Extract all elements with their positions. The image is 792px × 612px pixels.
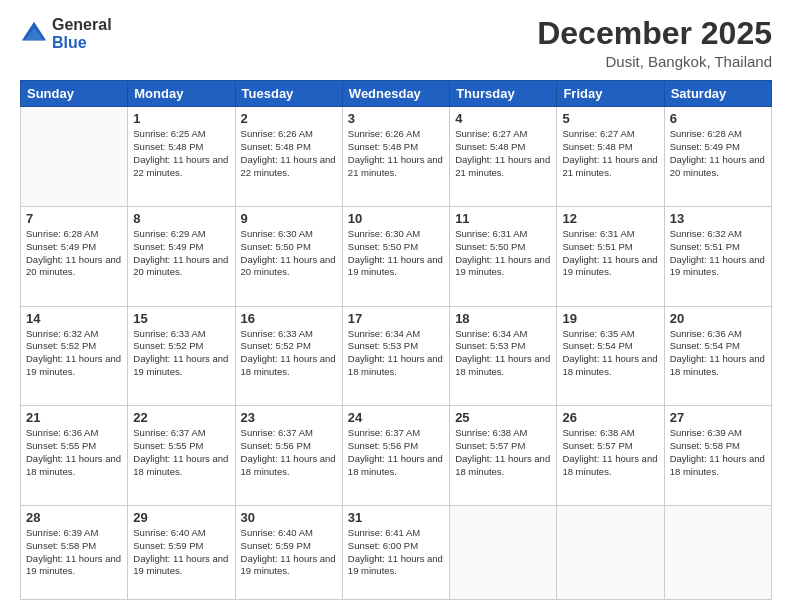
calendar-cell: 1 Sunrise: 6:25 AMSunset: 5:48 PMDayligh… [128, 107, 235, 207]
calendar-cell: 19 Sunrise: 6:35 AMSunset: 5:54 PMDaylig… [557, 306, 664, 406]
calendar-cell: 4 Sunrise: 6:27 AMSunset: 5:48 PMDayligh… [450, 107, 557, 207]
calendar-cell: 23 Sunrise: 6:37 AMSunset: 5:56 PMDaylig… [235, 406, 342, 506]
logo-icon [20, 20, 48, 48]
calendar-cell: 30 Sunrise: 6:40 AMSunset: 5:59 PMDaylig… [235, 506, 342, 600]
day-number: 1 [133, 111, 229, 126]
cell-info: Sunrise: 6:34 AMSunset: 5:53 PMDaylight:… [348, 328, 444, 379]
cell-info: Sunrise: 6:35 AMSunset: 5:54 PMDaylight:… [562, 328, 658, 379]
day-number: 24 [348, 410, 444, 425]
calendar-cell: 18 Sunrise: 6:34 AMSunset: 5:53 PMDaylig… [450, 306, 557, 406]
calendar-week-4: 21 Sunrise: 6:36 AMSunset: 5:55 PMDaylig… [21, 406, 772, 506]
day-number: 30 [241, 510, 337, 525]
cell-info: Sunrise: 6:37 AMSunset: 5:55 PMDaylight:… [133, 427, 229, 478]
col-sunday: Sunday [21, 81, 128, 107]
calendar-cell: 25 Sunrise: 6:38 AMSunset: 5:57 PMDaylig… [450, 406, 557, 506]
calendar-week-2: 7 Sunrise: 6:28 AMSunset: 5:49 PMDayligh… [21, 206, 772, 306]
calendar-cell: 10 Sunrise: 6:30 AMSunset: 5:50 PMDaylig… [342, 206, 449, 306]
calendar-table: Sunday Monday Tuesday Wednesday Thursday… [20, 80, 772, 600]
day-number: 5 [562, 111, 658, 126]
day-number: 19 [562, 311, 658, 326]
calendar-week-5: 28 Sunrise: 6:39 AMSunset: 5:58 PMDaylig… [21, 506, 772, 600]
col-wednesday: Wednesday [342, 81, 449, 107]
cell-info: Sunrise: 6:29 AMSunset: 5:49 PMDaylight:… [133, 228, 229, 279]
day-number: 12 [562, 211, 658, 226]
cell-info: Sunrise: 6:38 AMSunset: 5:57 PMDaylight:… [455, 427, 551, 478]
calendar-cell [21, 107, 128, 207]
calendar-cell [664, 506, 771, 600]
cell-info: Sunrise: 6:33 AMSunset: 5:52 PMDaylight:… [241, 328, 337, 379]
calendar-cell: 26 Sunrise: 6:38 AMSunset: 5:57 PMDaylig… [557, 406, 664, 506]
calendar-cell: 13 Sunrise: 6:32 AMSunset: 5:51 PMDaylig… [664, 206, 771, 306]
title-block: December 2025 Dusit, Bangkok, Thailand [537, 16, 772, 70]
day-number: 31 [348, 510, 444, 525]
main-title: December 2025 [537, 16, 772, 51]
cell-info: Sunrise: 6:27 AMSunset: 5:48 PMDaylight:… [562, 128, 658, 179]
cell-info: Sunrise: 6:30 AMSunset: 5:50 PMDaylight:… [241, 228, 337, 279]
logo-blue-text: Blue [52, 34, 112, 52]
logo-text: General Blue [52, 16, 112, 51]
cell-info: Sunrise: 6:37 AMSunset: 5:56 PMDaylight:… [241, 427, 337, 478]
day-number: 9 [241, 211, 337, 226]
day-number: 29 [133, 510, 229, 525]
day-number: 11 [455, 211, 551, 226]
calendar-cell: 24 Sunrise: 6:37 AMSunset: 5:56 PMDaylig… [342, 406, 449, 506]
cell-info: Sunrise: 6:27 AMSunset: 5:48 PMDaylight:… [455, 128, 551, 179]
day-number: 25 [455, 410, 551, 425]
calendar-cell: 14 Sunrise: 6:32 AMSunset: 5:52 PMDaylig… [21, 306, 128, 406]
calendar-cell: 5 Sunrise: 6:27 AMSunset: 5:48 PMDayligh… [557, 107, 664, 207]
cell-info: Sunrise: 6:36 AMSunset: 5:55 PMDaylight:… [26, 427, 122, 478]
cell-info: Sunrise: 6:32 AMSunset: 5:51 PMDaylight:… [670, 228, 766, 279]
col-friday: Friday [557, 81, 664, 107]
calendar-cell: 12 Sunrise: 6:31 AMSunset: 5:51 PMDaylig… [557, 206, 664, 306]
cell-info: Sunrise: 6:34 AMSunset: 5:53 PMDaylight:… [455, 328, 551, 379]
calendar-cell: 20 Sunrise: 6:36 AMSunset: 5:54 PMDaylig… [664, 306, 771, 406]
page: General Blue December 2025 Dusit, Bangko… [0, 0, 792, 612]
day-number: 27 [670, 410, 766, 425]
col-saturday: Saturday [664, 81, 771, 107]
calendar-cell: 16 Sunrise: 6:33 AMSunset: 5:52 PMDaylig… [235, 306, 342, 406]
calendar-cell: 21 Sunrise: 6:36 AMSunset: 5:55 PMDaylig… [21, 406, 128, 506]
cell-info: Sunrise: 6:28 AMSunset: 5:49 PMDaylight:… [670, 128, 766, 179]
calendar-week-1: 1 Sunrise: 6:25 AMSunset: 5:48 PMDayligh… [21, 107, 772, 207]
cell-info: Sunrise: 6:32 AMSunset: 5:52 PMDaylight:… [26, 328, 122, 379]
day-number: 23 [241, 410, 337, 425]
day-number: 15 [133, 311, 229, 326]
col-thursday: Thursday [450, 81, 557, 107]
col-tuesday: Tuesday [235, 81, 342, 107]
day-number: 22 [133, 410, 229, 425]
calendar-cell: 17 Sunrise: 6:34 AMSunset: 5:53 PMDaylig… [342, 306, 449, 406]
day-number: 26 [562, 410, 658, 425]
day-number: 2 [241, 111, 337, 126]
cell-info: Sunrise: 6:31 AMSunset: 5:51 PMDaylight:… [562, 228, 658, 279]
logo: General Blue [20, 16, 112, 51]
header: General Blue December 2025 Dusit, Bangko… [20, 16, 772, 70]
calendar-cell: 6 Sunrise: 6:28 AMSunset: 5:49 PMDayligh… [664, 107, 771, 207]
calendar-cell: 2 Sunrise: 6:26 AMSunset: 5:48 PMDayligh… [235, 107, 342, 207]
cell-info: Sunrise: 6:38 AMSunset: 5:57 PMDaylight:… [562, 427, 658, 478]
logo-general-text: General [52, 16, 112, 34]
calendar-cell: 27 Sunrise: 6:39 AMSunset: 5:58 PMDaylig… [664, 406, 771, 506]
day-number: 13 [670, 211, 766, 226]
subtitle: Dusit, Bangkok, Thailand [537, 53, 772, 70]
cell-info: Sunrise: 6:37 AMSunset: 5:56 PMDaylight:… [348, 427, 444, 478]
day-number: 14 [26, 311, 122, 326]
cell-info: Sunrise: 6:41 AMSunset: 6:00 PMDaylight:… [348, 527, 444, 578]
day-number: 6 [670, 111, 766, 126]
cell-info: Sunrise: 6:26 AMSunset: 5:48 PMDaylight:… [348, 128, 444, 179]
cell-info: Sunrise: 6:39 AMSunset: 5:58 PMDaylight:… [670, 427, 766, 478]
calendar-cell: 28 Sunrise: 6:39 AMSunset: 5:58 PMDaylig… [21, 506, 128, 600]
cell-info: Sunrise: 6:39 AMSunset: 5:58 PMDaylight:… [26, 527, 122, 578]
day-number: 10 [348, 211, 444, 226]
calendar-cell: 7 Sunrise: 6:28 AMSunset: 5:49 PMDayligh… [21, 206, 128, 306]
calendar-cell: 3 Sunrise: 6:26 AMSunset: 5:48 PMDayligh… [342, 107, 449, 207]
calendar-cell: 8 Sunrise: 6:29 AMSunset: 5:49 PMDayligh… [128, 206, 235, 306]
calendar-cell: 9 Sunrise: 6:30 AMSunset: 5:50 PMDayligh… [235, 206, 342, 306]
cell-info: Sunrise: 6:31 AMSunset: 5:50 PMDaylight:… [455, 228, 551, 279]
col-monday: Monday [128, 81, 235, 107]
cell-info: Sunrise: 6:30 AMSunset: 5:50 PMDaylight:… [348, 228, 444, 279]
day-number: 4 [455, 111, 551, 126]
day-number: 21 [26, 410, 122, 425]
day-number: 16 [241, 311, 337, 326]
cell-info: Sunrise: 6:40 AMSunset: 5:59 PMDaylight:… [241, 527, 337, 578]
day-number: 8 [133, 211, 229, 226]
